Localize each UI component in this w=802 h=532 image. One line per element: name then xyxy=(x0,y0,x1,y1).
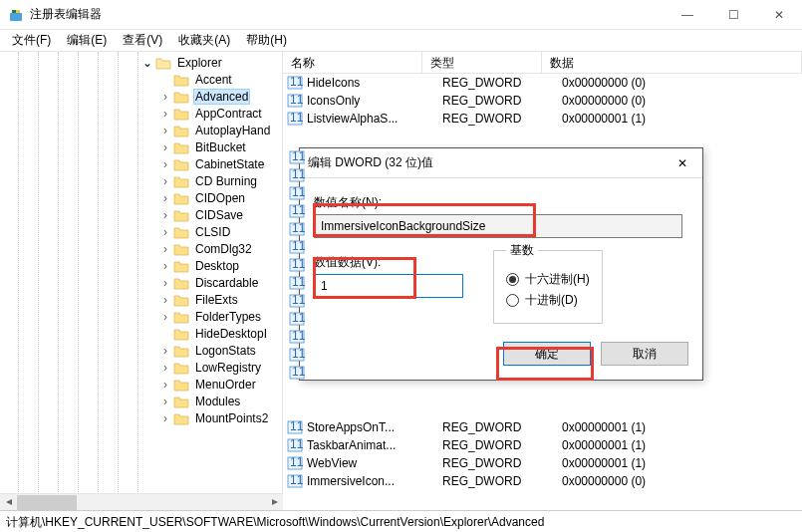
chevron-right-icon[interactable]: › xyxy=(159,225,171,239)
svg-rect-2 xyxy=(16,10,20,13)
svg-text:110: 110 xyxy=(290,419,303,433)
tree-item-label: LowRegistry xyxy=(193,361,263,375)
value-name: ImmersiveIcon... xyxy=(307,474,438,488)
folder-icon xyxy=(173,361,189,375)
tree-item-label: Explorer xyxy=(175,56,224,70)
tree-item[interactable]: ›CIDOpen xyxy=(0,189,282,206)
folder-icon xyxy=(173,225,189,239)
chevron-right-icon[interactable]: › xyxy=(159,378,171,392)
menu-favorites[interactable]: 收藏夹(A) xyxy=(170,30,238,51)
tree-pane[interactable]: ⌄Explorer Accent›Advanced›AppContract›Au… xyxy=(0,52,283,510)
header-type[interactable]: 类型 xyxy=(422,52,542,73)
dialog-titlebar[interactable]: 编辑 DWORD (32 位)值 ✕ xyxy=(300,148,702,178)
registry-dword-icon: 110 xyxy=(287,419,303,435)
chevron-right-icon[interactable]: › xyxy=(159,191,171,205)
tree-item-explorer[interactable]: ⌄Explorer xyxy=(0,54,282,71)
registry-dword-icon: 110 xyxy=(287,437,303,453)
chevron-right-icon[interactable]: › xyxy=(159,90,171,104)
close-button[interactable]: ✕ xyxy=(756,0,802,30)
tree-item[interactable]: ›CD Burning xyxy=(0,172,282,189)
tree-item[interactable]: ›ComDlg32 xyxy=(0,240,282,257)
chevron-right-icon[interactable]: › xyxy=(159,259,171,273)
chevron-right-icon[interactable]: › xyxy=(159,361,171,375)
chevron-right-icon[interactable]: › xyxy=(159,174,171,188)
radio-hex-label: 十六进制(H) xyxy=(525,271,590,288)
tree-item[interactable]: ›AppContract xyxy=(0,105,282,122)
value-data-input[interactable] xyxy=(314,274,463,298)
scroll-left-arrow[interactable]: ◂ xyxy=(0,494,17,511)
scroll-right-arrow[interactable]: ▸ xyxy=(266,494,283,511)
value-type: REG_DWORD xyxy=(438,420,558,434)
chevron-right-icon[interactable]: › xyxy=(159,276,171,290)
tree-item[interactable]: ›CIDSave xyxy=(0,206,282,223)
list-row[interactable]: 110ListviewAlphaS...REG_DWORD0x00000001 … xyxy=(283,110,802,128)
chevron-right-icon[interactable]: › xyxy=(159,293,171,307)
value-data: 0x00000001 (1) xyxy=(558,420,646,434)
svg-text:110: 110 xyxy=(290,111,303,125)
menu-file[interactable]: 文件(F) xyxy=(4,30,59,51)
svg-text:110: 110 xyxy=(290,455,303,469)
dialog-close-button[interactable]: ✕ xyxy=(663,148,702,178)
tree-item[interactable]: HideDesktopI xyxy=(0,325,282,342)
tree-item-label: BitBucket xyxy=(193,140,248,154)
list-row[interactable]: 110HideIconsREG_DWORD0x00000000 (0) xyxy=(283,74,802,92)
tree-item[interactable]: ›MenuOrder xyxy=(0,376,282,393)
chevron-right-icon[interactable]: › xyxy=(159,395,171,408)
chevron-right-icon[interactable]: › xyxy=(159,242,171,256)
value-name: StoreAppsOnT... xyxy=(307,420,438,434)
tree-item[interactable]: ›CLSID xyxy=(0,223,282,240)
chevron-right-icon[interactable]: › xyxy=(159,124,171,137)
ok-button[interactable]: 确定 xyxy=(503,342,591,366)
tree-item[interactable]: ›Advanced xyxy=(0,88,282,105)
tree-item[interactable]: ›FileExts xyxy=(0,291,282,308)
chevron-right-icon[interactable]: › xyxy=(159,157,171,171)
list-row[interactable]: 110ImmersiveIcon...REG_DWORD0x00000000 (… xyxy=(283,472,802,490)
tree-item[interactable]: ›AutoplayHand xyxy=(0,122,282,138)
svg-text:110: 110 xyxy=(292,239,305,253)
tree-item[interactable]: ›Desktop xyxy=(0,257,282,274)
tree-item[interactable]: ›LowRegistry xyxy=(0,359,282,376)
maximize-button[interactable]: ☐ xyxy=(710,0,756,30)
list-row[interactable]: 110WebViewREG_DWORD0x00000001 (1) xyxy=(283,454,802,472)
window-title: 注册表编辑器 xyxy=(30,6,665,23)
menu-view[interactable]: 查看(V) xyxy=(115,30,170,51)
tree-item-label: ComDlg32 xyxy=(193,242,254,256)
radio-dec[interactable]: 十进制(D) xyxy=(506,292,590,309)
folder-icon xyxy=(173,107,189,121)
scroll-thumb[interactable] xyxy=(17,495,77,510)
cancel-button[interactable]: 取消 xyxy=(601,342,688,366)
tree-item[interactable]: ›FolderTypes xyxy=(0,308,282,325)
chevron-right-icon[interactable]: › xyxy=(159,344,171,358)
tree-item[interactable]: ›LogonStats xyxy=(0,342,282,359)
tree-item[interactable]: ›Modules xyxy=(0,393,282,409)
value-name-input[interactable] xyxy=(314,214,682,238)
list-row[interactable]: 110TaskbarAnimat...REG_DWORD0x00000001 (… xyxy=(283,436,802,454)
menu-help[interactable]: 帮助(H) xyxy=(238,30,295,51)
header-data[interactable]: 数据 xyxy=(542,52,802,73)
chevron-right-icon[interactable]: › xyxy=(159,310,171,324)
chevron-right-icon[interactable]: › xyxy=(159,140,171,154)
radio-dec-label: 十进制(D) xyxy=(525,292,578,309)
chevron-down-icon[interactable]: ⌄ xyxy=(141,56,153,70)
tree-item[interactable]: ›BitBucket xyxy=(0,138,282,155)
value-name: ListviewAlphaS... xyxy=(307,112,438,126)
registry-dword-icon: 110 xyxy=(287,473,303,489)
value-data: 0x00000000 (0) xyxy=(558,76,646,90)
registry-dword-icon: 110 xyxy=(287,75,303,91)
tree-horizontal-scrollbar[interactable]: ◂ ▸ xyxy=(0,493,283,510)
menu-edit[interactable]: 编辑(E) xyxy=(59,30,115,51)
chevron-right-icon[interactable]: › xyxy=(159,411,171,425)
tree-item[interactable]: ›Discardable xyxy=(0,274,282,291)
list-row[interactable]: 110IconsOnlyREG_DWORD0x00000000 (0) xyxy=(283,92,802,110)
minimize-button[interactable]: — xyxy=(665,0,710,30)
header-name[interactable]: 名称 xyxy=(283,52,422,73)
chevron-right-icon[interactable]: › xyxy=(159,107,171,121)
chevron-right-icon[interactable]: › xyxy=(159,208,171,222)
tree-item[interactable]: ›CabinetState xyxy=(0,155,282,172)
statusbar: 计算机\HKEY_CURRENT_USER\SOFTWARE\Microsoft… xyxy=(0,510,802,532)
tree-item[interactable]: Accent xyxy=(0,71,282,88)
tree-item[interactable]: ›MountPoints2 xyxy=(0,409,282,426)
list-row[interactable]: 110StoreAppsOnT...REG_DWORD0x00000001 (1… xyxy=(283,418,802,436)
radio-hex[interactable]: 十六进制(H) xyxy=(506,271,590,288)
value-name: TaskbarAnimat... xyxy=(307,438,438,452)
